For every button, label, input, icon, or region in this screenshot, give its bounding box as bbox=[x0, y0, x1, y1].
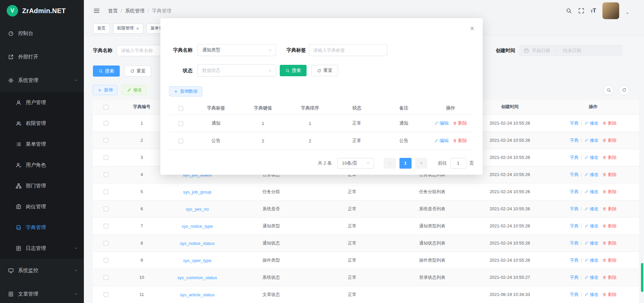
edit-link[interactable]: 修改 bbox=[584, 240, 598, 246]
sidebar-item-dict[interactable]: 字典管理 bbox=[0, 217, 84, 238]
tags-view-item[interactable]: 首页 bbox=[93, 24, 110, 34]
status-select[interactable]: 数据状态 bbox=[198, 64, 276, 77]
dict-type-link[interactable]: sys_oper_type bbox=[183, 258, 212, 263]
dict-data-link[interactable]: 字典 bbox=[570, 206, 579, 212]
sidebar-item-console[interactable]: 控制台 bbox=[0, 21, 84, 45]
delete-link[interactable]: 删除 bbox=[602, 292, 616, 298]
edit-link[interactable]: 修改 bbox=[584, 274, 598, 280]
delete-link[interactable]: 删除 bbox=[453, 120, 467, 126]
select-all-checkbox[interactable] bbox=[178, 106, 183, 111]
breadcrumb-item[interactable]: 系统管理 bbox=[125, 8, 145, 14]
delete-link[interactable]: 删除 bbox=[453, 138, 467, 144]
edit-link[interactable]: 修改 bbox=[584, 257, 598, 263]
dict-data-link[interactable]: 字典 bbox=[570, 292, 579, 298]
row-checkbox[interactable] bbox=[104, 241, 108, 246]
dict-type-link[interactable]: sys_common_status bbox=[177, 275, 217, 280]
edit-link[interactable]: 修改 bbox=[584, 155, 598, 161]
page-size-select[interactable]: 10条/页 bbox=[337, 158, 374, 169]
dict-type-link[interactable]: sys_notice_status bbox=[180, 241, 214, 246]
font-size-icon[interactable]: TT bbox=[591, 8, 596, 13]
tags-view-item[interactable]: 权限管理× bbox=[113, 24, 143, 34]
row-checkbox[interactable] bbox=[104, 172, 108, 177]
collapse-sidebar-icon[interactable] bbox=[93, 7, 100, 14]
row-checkbox[interactable] bbox=[104, 138, 108, 143]
row-checkbox[interactable] bbox=[178, 121, 183, 126]
dict-data-link[interactable]: 字典 bbox=[570, 137, 579, 143]
delete-link[interactable]: 删除 bbox=[602, 274, 616, 280]
caret-down-icon[interactable] bbox=[626, 11, 629, 15]
edit-link[interactable]: 修改 bbox=[584, 189, 598, 195]
close-icon[interactable]: × bbox=[136, 26, 139, 31]
next-page-button[interactable] bbox=[415, 158, 427, 169]
sidebar-item-permission[interactable]: 权限管理 bbox=[0, 113, 84, 134]
edit-link[interactable]: 修改 bbox=[584, 292, 598, 298]
dict-data-link[interactable]: 字典 bbox=[570, 257, 579, 263]
current-page-button[interactable]: 1 bbox=[399, 158, 412, 169]
row-checkbox[interactable] bbox=[104, 258, 108, 263]
fullscreen-icon[interactable] bbox=[578, 8, 584, 14]
reset-button[interactable]: 重置 bbox=[124, 66, 151, 77]
dict-data-link[interactable]: 字典 bbox=[570, 274, 579, 280]
delete-link[interactable]: 删除 bbox=[602, 223, 616, 229]
toggle-search-button[interactable] bbox=[603, 85, 614, 95]
dict-data-link[interactable]: 字典 bbox=[570, 240, 579, 246]
dict-data-link[interactable]: 字典 bbox=[570, 189, 579, 195]
delete-link[interactable]: 删除 bbox=[602, 189, 616, 195]
sidebar-item-menu[interactable]: 菜单管理 bbox=[0, 134, 84, 155]
modal-reset-button[interactable]: 重置 bbox=[311, 65, 338, 76]
sidebar-item-user[interactable]: 用户管理 bbox=[0, 92, 84, 113]
modal-search-button[interactable]: 搜索 bbox=[280, 65, 307, 76]
dict-data-link[interactable]: 字典 bbox=[570, 155, 579, 161]
breadcrumb-item[interactable]: 首页 bbox=[108, 8, 118, 14]
row-checkbox[interactable] bbox=[104, 207, 108, 211]
sidebar-item-dept[interactable]: 部门管理 bbox=[0, 175, 84, 196]
sidebar-item-role[interactable]: 用户角色 bbox=[0, 155, 84, 175]
edit-link[interactable]: 编辑 bbox=[434, 138, 449, 144]
delete-link[interactable]: 删除 bbox=[602, 120, 616, 126]
edit-button[interactable]: 修改 bbox=[122, 85, 147, 95]
prev-page-button[interactable] bbox=[384, 158, 396, 169]
dict-type-link[interactable]: sys_yes_no bbox=[186, 207, 209, 212]
edit-link[interactable]: 修改 bbox=[584, 172, 598, 178]
goto-page-input[interactable] bbox=[450, 158, 466, 169]
dict-label-input[interactable] bbox=[309, 44, 387, 56]
search-icon[interactable] bbox=[566, 8, 572, 14]
dict-name-select[interactable]: 通知类型 bbox=[198, 44, 276, 56]
add-data-button[interactable]: 新增数据 bbox=[169, 86, 202, 96]
row-checkbox[interactable] bbox=[104, 292, 108, 297]
add-button[interactable]: 新增 bbox=[93, 85, 117, 95]
date-range-picker[interactable]: 开始日期 - 结束日期 bbox=[520, 45, 622, 56]
refresh-table-button[interactable] bbox=[619, 85, 629, 95]
dict-data-link[interactable]: 字典 bbox=[570, 172, 579, 178]
row-checkbox[interactable] bbox=[104, 155, 108, 160]
delete-link[interactable]: 删除 bbox=[602, 206, 616, 212]
delete-link[interactable]: 删除 bbox=[602, 137, 616, 143]
edit-link[interactable]: 修改 bbox=[584, 137, 598, 143]
sidebar-item-log[interactable]: 日志管理 bbox=[0, 238, 84, 259]
row-checkbox[interactable] bbox=[178, 139, 183, 143]
edit-link[interactable]: 修改 bbox=[584, 223, 598, 229]
delete-link[interactable]: 删除 bbox=[602, 155, 616, 161]
dict-data-link[interactable]: 字典 bbox=[570, 120, 579, 126]
app-logo[interactable]: V ZrAdmin.NET bbox=[0, 0, 84, 21]
delete-link[interactable]: 删除 bbox=[602, 240, 616, 246]
close-icon[interactable]: × bbox=[470, 25, 474, 32]
avatar[interactable] bbox=[602, 2, 619, 19]
sidebar-item-article[interactable]: 文章管理 bbox=[0, 282, 84, 303]
edit-link[interactable]: 修改 bbox=[584, 206, 598, 212]
scrollbar[interactable] bbox=[641, 263, 643, 292]
sidebar-item-monitor[interactable]: 系统监控 bbox=[0, 259, 84, 282]
row-checkbox[interactable] bbox=[104, 189, 108, 194]
sidebar-item-system[interactable]: 系统管理 bbox=[0, 69, 84, 92]
delete-link[interactable]: 删除 bbox=[602, 172, 616, 178]
delete-link[interactable]: 删除 bbox=[602, 257, 616, 263]
edit-link[interactable]: 修改 bbox=[584, 120, 598, 126]
dict-type-link[interactable]: sys_job_group bbox=[183, 189, 212, 194]
sidebar-item-post[interactable]: 岗位管理 bbox=[0, 196, 84, 217]
row-checkbox[interactable] bbox=[104, 121, 108, 126]
search-button[interactable]: 搜索 bbox=[93, 66, 120, 77]
row-checkbox[interactable] bbox=[104, 224, 108, 228]
edit-link[interactable]: 编辑 bbox=[434, 120, 449, 126]
row-checkbox[interactable] bbox=[104, 275, 108, 280]
dict-type-link[interactable]: sys_notice_type bbox=[181, 224, 213, 229]
